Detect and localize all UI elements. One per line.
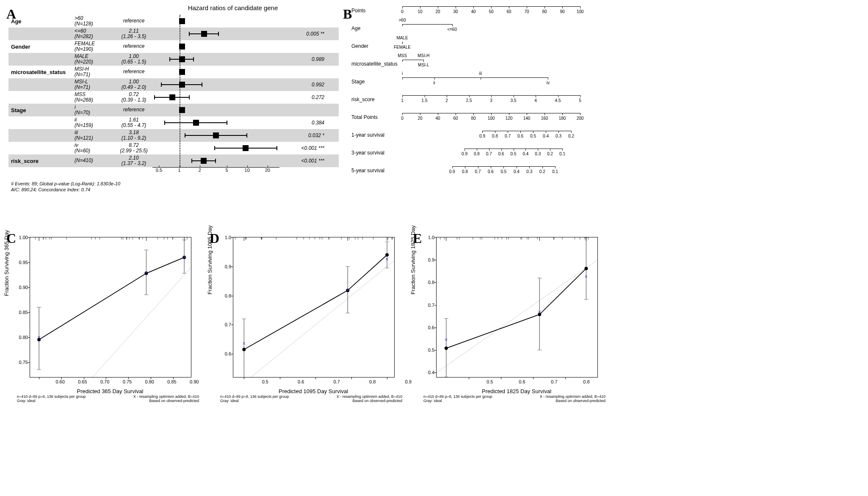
nomogram-tick (580, 113, 581, 115)
forest-point (201, 158, 207, 164)
forest-plot-cell (155, 104, 282, 116)
forest-level: MALE(N=220) (75, 54, 113, 65)
nomogram-tick (481, 77, 481, 80)
nomogram-tick-label: 0.7 (475, 169, 481, 174)
forest-row: iv(N=60) 8.72(2.99 - 25.5) <0.001 *** (8, 142, 339, 154)
forest-row: MSI-L(N=71) 1.00(0.49 - 2.0) 0.992 (8, 78, 339, 91)
nomogram-tick (478, 166, 478, 168)
forest-var: microsatellite_status (8, 69, 75, 75)
nomogram-tick (546, 131, 546, 133)
forest-row: Age >60(N=128) reference (8, 15, 339, 28)
forest-hr: 2.10(1.37 - 3.2) (113, 155, 155, 166)
nomogram-tick (514, 149, 514, 151)
nomogram-tick (402, 24, 403, 26)
nomogram-tick-label: 0.8 (462, 169, 468, 174)
forest-hr: reference (113, 69, 155, 74)
nomogram-tick (542, 166, 543, 168)
nomogram-label: Age (351, 25, 402, 31)
cal-ytick (28, 312, 30, 313)
forest-var: Stage (8, 107, 75, 113)
cal-xtick-label: 0.90 (190, 379, 199, 384)
cal-xtick-label: 0.9 (405, 379, 411, 384)
nomogram-tick-label: 200 (577, 116, 584, 121)
cal-footer: n=410 d=89 p=8, 136 subjects per group G… (220, 394, 402, 403)
cal-footer-left: n=410 d=89 p=8, 136 subjects per group G… (423, 394, 492, 403)
cal-xtick (533, 377, 534, 379)
cal-footer-left: n=410 d=89 p=8, 136 subjects per group G… (220, 394, 289, 403)
nomogram-label: Points (351, 8, 402, 14)
nomogram-tick (501, 149, 502, 151)
svg-text:×: × (538, 309, 541, 315)
nomogram-scale: 0.90.80.70.60.50.40.30.20.1 (402, 164, 589, 177)
forest-row: ii(N=159) 1.61(0.55 - 4.7) 0.384 (8, 116, 339, 129)
cal-ytick (231, 296, 233, 296)
nomogram-tick (527, 113, 527, 115)
forest-hr: 0.72(0.39 - 1.3) (113, 92, 155, 103)
cal-xtick (351, 377, 352, 379)
calibration-plot-C: Fraction Surviving 365 Day (8, 237, 195, 415)
nomogram-row: GenderMALEFEMALE (351, 40, 589, 52)
nomogram-tick-label: 0.2 (568, 134, 574, 138)
nomogram-cat-label: <=60 (447, 27, 457, 32)
nomogram-tick-label: 40 (435, 116, 440, 121)
nomogram-tick-label: 20 (417, 116, 422, 121)
nomogram-tick (533, 131, 534, 133)
nomogram-scale: 11.522.533.544.55 (402, 93, 589, 106)
nomogram-tick (482, 131, 483, 133)
nomogram-tick (558, 95, 558, 97)
nomogram-tick (438, 6, 438, 8)
nomogram-tick-label: 100 (577, 9, 584, 14)
forest-refline (180, 15, 180, 167)
forest-plot: Hazard ratios of candidate gene Age >60(… (8, 4, 339, 192)
nomogram-tick (477, 149, 477, 151)
nomogram-scale: MALEFEMALE (402, 40, 589, 52)
cal-footer-left: n=410 d=89 p=8, 136 subjects per group G… (17, 394, 86, 403)
nomogram-tick-label: 0.6 (498, 152, 504, 156)
cal-ytick-label: 0.7 (225, 322, 231, 327)
nomogram-tick-label: 80 (471, 116, 475, 121)
forest-hr: 1.00(0.49 - 2.0) (113, 79, 155, 90)
nomogram-tick (465, 166, 465, 168)
nomogram-tick (464, 149, 465, 151)
forest-level: FEMALE(N=190) (75, 41, 113, 52)
nomogram-tick-label: 0.4 (514, 169, 520, 174)
forest-hr: 2.11(1.26 - 3.5) (113, 28, 155, 39)
cal-xtick-label: 0.70 (100, 379, 109, 384)
nomogram-tick (508, 131, 508, 133)
forest-pval: 0.005 ** (282, 31, 326, 37)
calibration-plot-D: Fraction Surviving 1095 Day (212, 237, 398, 415)
forest-row: iii(N=121) 3.18(1.10 - 9.2) 0.032 * (8, 129, 339, 142)
forest-level: ii(N=159) (75, 117, 113, 128)
forest-title: Hazard ratios of candidate gene (8, 4, 339, 11)
nomogram-tick (456, 6, 456, 8)
cal-ytick (28, 287, 30, 288)
nomogram-tick (402, 113, 403, 115)
nomogram-tick (452, 166, 453, 168)
nomogram-cat-label: MSS (398, 53, 407, 58)
nomogram-tick (529, 166, 530, 168)
cal-ytick (28, 262, 30, 263)
cal-ytick-label: 0.80 (19, 335, 28, 340)
cal-ytick (434, 282, 437, 283)
nomogram-scale: 0.90.80.70.60.50.40.30.20.1 (402, 146, 589, 159)
forest-level: >60(N=128) (75, 16, 113, 27)
nomogram-tick-label: 1 (401, 98, 404, 103)
forest-axis-tick: 20 (265, 168, 270, 173)
nomogram-tick-label: 0.5 (500, 169, 506, 174)
nomogram-tick-label: 0 (401, 116, 404, 121)
cal-ytick (231, 354, 233, 354)
cal-xtick-label: 0.85 (167, 379, 176, 384)
nomogram-tick-label: 0.8 (474, 152, 480, 156)
nomogram-tick-label: 1.5 (422, 98, 428, 103)
forest-pval: 0.032 * (282, 132, 326, 138)
nomogram-tick (491, 166, 491, 168)
nomogram-row: 3-year survival0.90.80.70.60.50.40.30.20… (351, 146, 589, 159)
nomogram-label: microsatellite_status (351, 61, 402, 67)
cal-ytick-label: 0.90 (19, 285, 28, 290)
nomogram-cat-label: iv (547, 80, 550, 85)
nomogram-tick (509, 113, 509, 115)
cal-xtick (173, 377, 174, 379)
forest-pval: 0.272 (282, 94, 326, 100)
forest-level: <=60(N=282) (75, 28, 113, 39)
forest-plot-cell (155, 28, 282, 40)
